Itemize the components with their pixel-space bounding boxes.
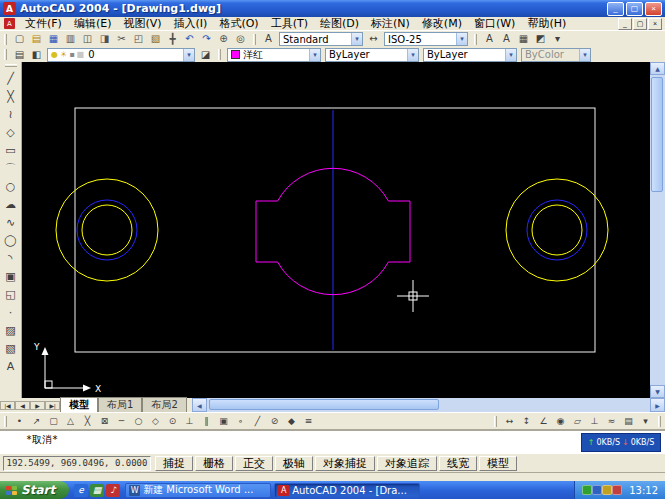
- publish-icon[interactable]: ◨: [96, 32, 113, 47]
- scrollbar-thumb[interactable]: [209, 399, 439, 410]
- scroll-down-icon[interactable]: ▼: [650, 385, 665, 398]
- snap-node-icon[interactable]: ∘: [232, 413, 249, 429]
- menu-item[interactable]: 格式(O): [213, 17, 264, 31]
- chevron-down-icon[interactable]: ▾: [351, 33, 362, 45]
- status-toggle-button[interactable]: 对象捕捉: [315, 456, 375, 471]
- restore-button[interactable]: ▢: [626, 2, 643, 16]
- status-toggle-button[interactable]: 模型: [479, 456, 517, 471]
- start-button[interactable]: Start: [0, 481, 69, 499]
- ellipse-arc-icon[interactable]: ◝: [2, 249, 20, 267]
- mtext-icon[interactable]: A: [2, 357, 20, 375]
- cut-icon[interactable]: ✂: [113, 32, 130, 47]
- tab-nav-button[interactable]: |◀: [0, 401, 15, 410]
- polyline-icon[interactable]: ≀: [2, 105, 20, 123]
- dim-linear-icon[interactable]: ↔: [501, 413, 518, 429]
- region-icon[interactable]: ▧: [2, 339, 20, 357]
- dim-parallel-icon[interactable]: ▱: [569, 413, 586, 429]
- tray-icon-4[interactable]: [612, 485, 622, 495]
- toolbar-grip[interactable]: [494, 416, 497, 427]
- line-icon[interactable]: ╱: [2, 69, 20, 87]
- dim-style-icon[interactable]: ▤: [620, 413, 637, 429]
- close-button[interactable]: ×: [645, 2, 662, 16]
- outer-rectangle[interactable]: [75, 108, 595, 352]
- menu-item[interactable]: 窗口(W): [468, 17, 521, 31]
- taskbar-task-button[interactable]: A AutoCAD 2004 - [Dra...: [274, 483, 420, 498]
- drawing-area[interactable]: Y X: [22, 62, 650, 398]
- scrollbar-thumb[interactable]: [651, 77, 663, 192]
- linetype-combo[interactable]: ByLayer ▾: [325, 48, 419, 62]
- chevron-down-icon[interactable]: ▾: [407, 49, 418, 61]
- save-icon[interactable]: ▦: [45, 32, 62, 47]
- status-toggle-button[interactable]: 栅格: [195, 456, 233, 471]
- toolbar-grip[interactable]: [474, 34, 477, 45]
- minimize-button[interactable]: _: [607, 2, 624, 16]
- toolbar-grip[interactable]: [218, 49, 221, 60]
- tab-nav-button[interactable]: ◀: [15, 401, 30, 410]
- rectangle-icon[interactable]: ▭: [2, 141, 20, 159]
- arc-icon[interactable]: ⌒: [2, 159, 20, 177]
- color-combo[interactable]: 洋红 ▾: [227, 48, 321, 62]
- pan-icon[interactable]: ⊕: [215, 32, 232, 47]
- tool-palettes-icon[interactable]: ◩: [532, 32, 549, 47]
- layout-tab[interactable]: 模型: [60, 397, 98, 413]
- snap-list-icon[interactable]: ≡: [300, 413, 317, 429]
- table-icon[interactable]: ▦: [515, 32, 532, 47]
- dim-center-icon[interactable]: ◉: [552, 413, 569, 429]
- right-bolt-circles[interactable]: [506, 179, 608, 281]
- snap-parallel-icon[interactable]: ∥: [198, 413, 215, 429]
- status-toggle-button[interactable]: 极轴: [275, 456, 313, 471]
- snap-perpendicular-icon[interactable]: ⊥: [181, 413, 198, 429]
- scroll-right-icon[interactable]: ▶: [650, 398, 665, 412]
- tab-nav-button[interactable]: ▶|: [45, 401, 60, 410]
- chevron-down-icon[interactable]: ▾: [183, 49, 194, 61]
- snap-center-icon[interactable]: ○: [130, 413, 147, 429]
- command-line-window[interactable]: *取消* ↑ 0KB/S ↓ 0KB/S: [0, 429, 665, 453]
- snap-extension-icon[interactable]: ─: [113, 413, 130, 429]
- tray-icon-3[interactable]: [602, 485, 612, 495]
- status-toggle-button[interactable]: 正交: [235, 456, 273, 471]
- polygon-icon[interactable]: ◇: [2, 123, 20, 141]
- open-icon[interactable]: ▤: [28, 32, 45, 47]
- scroll-up-icon[interactable]: ▲: [650, 62, 665, 75]
- dim-perpendicular-icon[interactable]: ⊥: [586, 413, 603, 429]
- horizontal-scrollbar[interactable]: ◀ ▶: [192, 398, 665, 412]
- menu-item[interactable]: 视图(V): [117, 17, 167, 31]
- child-minimize-button[interactable]: _: [618, 18, 632, 30]
- scroll-left-icon[interactable]: ◀: [192, 398, 207, 412]
- child-restore-button[interactable]: ▢: [633, 18, 647, 30]
- snap-quadrant-icon[interactable]: ◇: [147, 413, 164, 429]
- dim-style-combo[interactable]: ISO-25 ▾: [384, 32, 468, 46]
- status-toggle-button[interactable]: 线宽: [439, 456, 477, 471]
- layout-tab[interactable]: 布局1: [98, 397, 142, 413]
- snap-insert-icon[interactable]: ▣: [215, 413, 232, 429]
- print-preview-icon[interactable]: ◫: [79, 32, 96, 47]
- dim-angular-icon[interactable]: ∠: [535, 413, 552, 429]
- left-bolt-circles[interactable]: [56, 179, 158, 281]
- menu-item[interactable]: 工具(T): [265, 17, 314, 31]
- mtext-icon[interactable]: A: [498, 32, 515, 47]
- snap-endpoint-icon[interactable]: ▢: [45, 413, 62, 429]
- undo-icon[interactable]: ↶: [181, 32, 198, 47]
- layer-combo[interactable]: ●☀▪■ 0 ▾: [47, 48, 195, 62]
- dim-tolerance-icon[interactable]: ≈: [603, 413, 620, 429]
- insert-block-icon[interactable]: ▣: [2, 267, 20, 285]
- text-style-icon[interactable]: A: [481, 32, 498, 47]
- menu-item[interactable]: 文件(F): [19, 17, 68, 31]
- tray-icon-1[interactable]: [582, 485, 592, 495]
- paste-icon[interactable]: ▧: [147, 32, 164, 47]
- dim-vertical-icon[interactable]: ↕: [518, 413, 535, 429]
- snap-tangent-icon[interactable]: ⊙: [164, 413, 181, 429]
- redo-icon[interactable]: ↷: [198, 32, 215, 47]
- toolbar-grip[interactable]: [4, 49, 7, 60]
- layer-states-icon[interactable]: ◧: [28, 47, 45, 62]
- quick-launch-browser-icon[interactable]: e: [74, 484, 88, 497]
- make-block-icon[interactable]: ◱: [2, 285, 20, 303]
- toolbar-grip[interactable]: [658, 416, 661, 427]
- toolbar-grip[interactable]: [4, 416, 7, 427]
- new-icon[interactable]: ▢: [11, 32, 28, 47]
- layer-manager-icon[interactable]: ▤: [11, 47, 28, 62]
- dim-style-manager-icon[interactable]: ↔: [365, 32, 382, 47]
- spline-icon[interactable]: ∿: [2, 213, 20, 231]
- menu-item[interactable]: 插入(I): [168, 17, 214, 31]
- text-style-combo[interactable]: Standard ▾: [279, 32, 363, 46]
